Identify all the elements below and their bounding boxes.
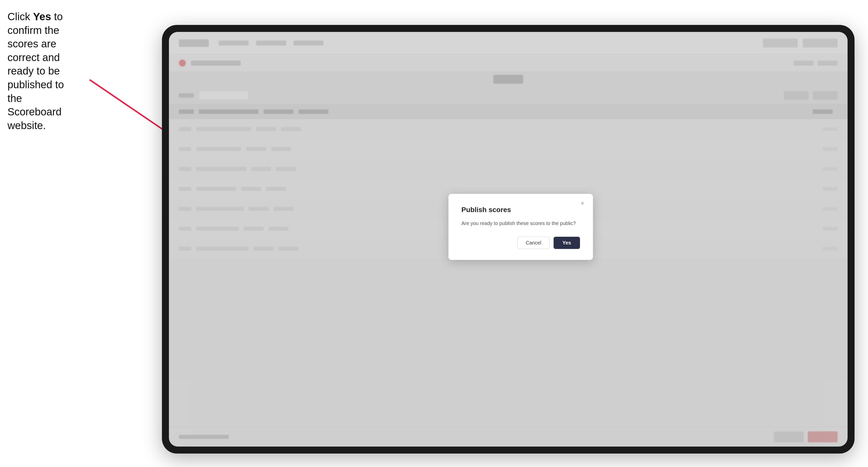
instruction-text-part1: Click	[7, 11, 33, 23]
instruction-text-bold: Yes	[33, 11, 51, 23]
instruction-text-part2: to confirm the scores are correct and re…	[7, 11, 64, 131]
modal-close-button[interactable]: ×	[578, 199, 587, 208]
instruction-text: Click Yes to confirm the scores are corr…	[7, 10, 77, 132]
modal-cancel-button[interactable]: Cancel	[518, 237, 549, 249]
modal-title: Publish scores	[461, 206, 580, 214]
modal-actions: Cancel Yes	[461, 237, 580, 249]
modal-body: Are you ready to publish these scores to…	[461, 220, 580, 227]
modal-yes-button[interactable]: Yes	[554, 237, 580, 249]
modal-overlay: × Publish scores Are you ready to publis…	[169, 32, 847, 446]
modal-dialog: × Publish scores Are you ready to publis…	[448, 194, 593, 260]
tablet-device: × Publish scores Are you ready to publis…	[162, 25, 855, 454]
tablet-screen: × Publish scores Are you ready to publis…	[169, 32, 847, 446]
